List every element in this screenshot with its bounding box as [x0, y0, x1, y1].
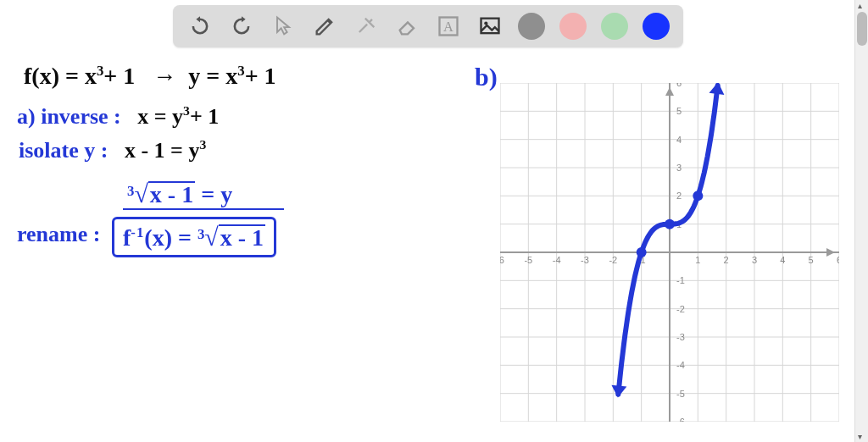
svg-text:A: A: [443, 19, 453, 35]
image-tool[interactable]: [476, 12, 504, 41]
scroll-up-icon[interactable]: ▴: [858, 1, 862, 10]
graph-plot: -6-5-4-3-2-1123456-6-5-4-3-2-1123456: [500, 83, 839, 422]
svg-text:-4: -4: [553, 255, 561, 265]
svg-point-56: [637, 247, 647, 257]
svg-text:-5: -5: [524, 255, 532, 265]
pencil-tool[interactable]: [310, 12, 339, 41]
tools-button[interactable]: [352, 12, 381, 41]
svg-text:3: 3: [752, 255, 757, 265]
text-tool[interactable]: A: [434, 12, 463, 41]
axes: [500, 83, 839, 422]
color-green[interactable]: [600, 12, 629, 41]
svg-text:-4: -4: [676, 360, 685, 370]
svg-text:5: 5: [676, 106, 682, 116]
undo-button[interactable]: [186, 12, 214, 41]
svg-text:-2: -2: [676, 304, 685, 314]
whiteboard-canvas[interactable]: A f(x) = x3+ 1 → y = x3+ 1 a) inverse : …: [0, 0, 854, 442]
svg-text:6: 6: [837, 255, 839, 265]
color-gray[interactable]: [517, 12, 546, 41]
svg-rect-2: [481, 19, 499, 33]
part-b-label: b): [475, 63, 498, 91]
eraser-tool[interactable]: [393, 12, 422, 41]
cursor-tool[interactable]: [269, 12, 298, 41]
redo-button[interactable]: [227, 12, 256, 41]
final-answer: f-1(x) = 3√x - 1: [112, 217, 276, 257]
svg-text:-5: -5: [676, 389, 685, 399]
svg-text:3: 3: [676, 163, 682, 173]
rename-label: rename :: [17, 222, 100, 247]
svg-point-57: [665, 219, 675, 229]
part-a-label: a) inverse : x = y3+ 1: [17, 103, 219, 130]
svg-text:5: 5: [809, 255, 814, 265]
svg-point-58: [693, 191, 703, 201]
cube-root-step: 3√x - 1 = y: [127, 180, 232, 208]
svg-text:-6: -6: [676, 417, 685, 422]
svg-text:6: 6: [676, 83, 682, 88]
svg-text:4: 4: [676, 135, 682, 145]
svg-text:-3: -3: [581, 255, 589, 265]
svg-text:-3: -3: [676, 332, 685, 342]
vertical-scrollbar[interactable]: ▴ ▾: [854, 0, 868, 442]
svg-text:2: 2: [724, 255, 729, 265]
curve-arrows: [611, 83, 724, 398]
drawing-toolbar: A: [173, 5, 683, 47]
svg-text:1: 1: [695, 255, 700, 265]
scroll-thumb[interactable]: [857, 12, 867, 46]
function-curve: [618, 86, 717, 395]
color-blue[interactable]: [642, 12, 670, 41]
svg-text:2: 2: [676, 191, 682, 201]
svg-text:-6: -6: [500, 255, 504, 265]
scroll-down-icon[interactable]: ▾: [858, 432, 862, 441]
svg-text:-2: -2: [609, 255, 617, 265]
equation-original: f(x) = x3+ 1 → y = x3+ 1: [24, 63, 276, 90]
svg-text:4: 4: [780, 255, 785, 265]
isolate-label: isolate y : x - 1 = y3: [19, 137, 206, 163]
underline: [123, 208, 284, 210]
svg-text:-1: -1: [676, 275, 685, 285]
color-pink[interactable]: [559, 12, 587, 41]
